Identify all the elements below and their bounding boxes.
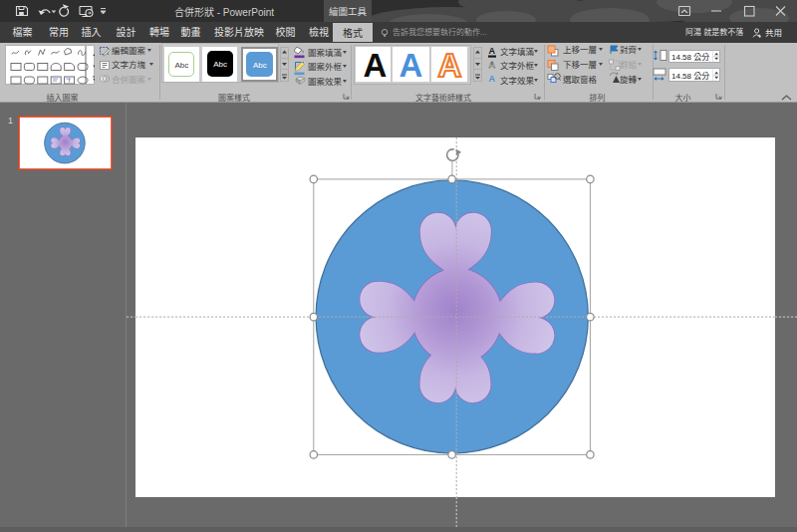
svg-text:1: 1 [8,116,13,126]
svg-text:A: A [489,74,496,84]
svg-text:A: A [489,46,496,56]
svg-text:A: A [489,60,496,70]
